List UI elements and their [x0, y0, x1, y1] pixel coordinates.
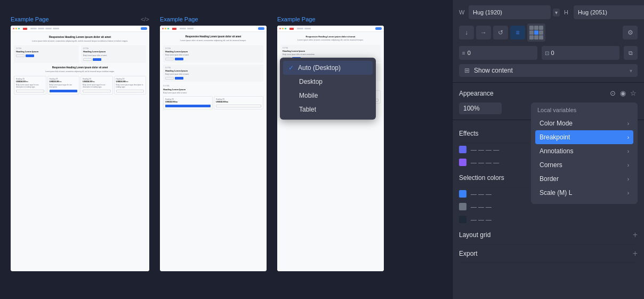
appearance-icon-3[interactable]: ☆ — [629, 88, 638, 98]
clip-btn[interactable]: ⧉ — [624, 46, 638, 60]
height-input[interactable] — [574, 5, 644, 19]
mini-heading-2: Responsive Heading Lorem ipsum dolor sit… — [163, 35, 263, 38]
mini-pricing-row: Heading XS US$34.99/mo Body Lorem ipsum … — [14, 76, 146, 95]
dot-br[interactable] — [539, 35, 543, 40]
color-mode-arrow: › — [627, 121, 629, 127]
frame-1-label: Example Page </> — [11, 16, 149, 22]
panel-top: W ▾ H ▾ ↓ → ↺ ≡ — [453, 0, 644, 83]
mini-cards-1: EXTRA Heading Lorem Ipsum EXTRA Heading … — [14, 45, 146, 62]
rotate-btn[interactable]: ↺ — [493, 26, 508, 40]
dot-bm[interactable] — [534, 35, 538, 40]
height-group: H ▾ — [564, 5, 644, 19]
frame-1-preview[interactable]: Responsive Heading Lorem ipsum dolor sit… — [11, 26, 149, 271]
item-label: ⊡ — [545, 50, 549, 56]
export-header[interactable]: Export + — [459, 245, 638, 263]
mini-content-2: Responsive Heading Lorem ipsum dolor sit… — [160, 32, 267, 113]
breakpoint-item[interactable]: Breakpoint › — [535, 130, 633, 144]
alignment-grid[interactable] — [527, 23, 545, 42]
mini-browser-1: Responsive Heading Lorem ipsum dolor sit… — [11, 26, 149, 271]
show-content-label: Show content — [474, 67, 625, 74]
show-content-arrow: ▾ — [630, 68, 632, 74]
appearance-section: Appearance ⊙ ◉ ☆ 100% Local variables Co… — [453, 83, 644, 120]
dot-tm[interactable] — [534, 26, 538, 30]
mini-nav-links — [30, 28, 59, 29]
mini-hero-2: Responsive Heading Lorem ipsum dolor sit… — [163, 35, 263, 42]
item-value: 0 — [551, 50, 617, 56]
mini-nav-links-3 — [297, 28, 311, 29]
effects-swatch-1 — [459, 146, 466, 153]
mini-price-card-2: Heading XS US$34.99/mo Body Lorem ipsum … — [47, 76, 80, 95]
frame-3-preview[interactable]: Responsive Heading Lorem ipsum dolor sit… — [277, 26, 384, 271]
mini-section-1: Responsive Heading Lorem ipsum dolor sit… — [14, 66, 146, 73]
breakpoint-arrow: › — [627, 135, 629, 140]
width-input[interactable] — [469, 5, 551, 19]
mini-card-2a: EXTRA Heading Lorem Ipsum Body Lorem ips… — [163, 45, 263, 62]
appearance-body: 100% Local variables Color Mode › Breakp… — [459, 103, 638, 114]
mini-browser-2: Responsive Heading Lorem ipsum dolor sit… — [160, 26, 267, 271]
mini-nav-btn-2 — [258, 27, 264, 30]
local-vars-panel: Local variables Color Mode › Breakpoint … — [531, 103, 638, 204]
auto-desktop-option[interactable]: Auto (Desktop) — [283, 61, 373, 75]
auto-dropdown[interactable]: Auto (Desktop) Desktop Mobile Tablet — [280, 58, 376, 120]
opacity-group[interactable]: 100% — [459, 103, 502, 114]
appearance-icon-2[interactable]: ◉ — [619, 88, 627, 98]
h-label: H — [564, 9, 571, 15]
mini-cards-2: EXTRA Heading Lorem Ipsum Body Lorem ips… — [163, 45, 263, 82]
mini-price-card-1: Heading XS US$34.99/mo Body Lorem ipsum … — [14, 76, 46, 95]
code-icon[interactable]: </> — [141, 16, 149, 22]
dot-ml[interactable] — [529, 30, 534, 35]
mini-card-1: EXTRA Heading Lorem Ipsum — [14, 45, 79, 62]
frame-2-label: Example Page — [160, 16, 267, 22]
right-panel: W ▾ H ▾ ↓ → ↺ ≡ — [452, 0, 644, 299]
mini-nav-links-2 — [180, 28, 194, 29]
align-active-btn[interactable]: ≡ — [510, 26, 525, 40]
dot-bl[interactable] — [529, 35, 534, 40]
mini-subtext-2: Lorem ipsum dolor sit amet, consectetur … — [163, 40, 263, 42]
mobile-option[interactable]: Mobile — [283, 89, 373, 103]
export-add-btn[interactable]: + — [633, 249, 638, 258]
mini-logo-2 — [172, 28, 176, 30]
layout-grid-add-btn[interactable]: + — [633, 230, 638, 240]
annotations-arrow: › — [627, 148, 629, 154]
dot-tr[interactable] — [539, 26, 543, 30]
align-down-btn[interactable]: ↓ — [459, 26, 474, 40]
dot-mm[interactable] — [534, 30, 538, 35]
annotations-item[interactable]: Annotations › — [535, 144, 633, 158]
frame-3-label: Example Page — [277, 16, 384, 22]
mini-logo — [23, 28, 27, 30]
sel-swatch-1 — [459, 190, 466, 198]
layout-grid-header[interactable]: Layout grid + — [459, 226, 638, 245]
align-right-btn[interactable]: → — [476, 26, 491, 40]
border-item[interactable]: Border › — [535, 172, 633, 186]
dot-tl[interactable] — [529, 26, 534, 30]
width-group: W ▾ — [459, 5, 560, 19]
frame-3-container: Example Page — [277, 16, 384, 271]
mini-card-2: EXTRA Heading Lorem Ipsum Body Lorem ips… — [81, 45, 146, 62]
mini-hero-3: Responsive Heading Lorem ipsum dolor sit… — [280, 35, 381, 42]
canvas-frames: Example Page </> — [0, 0, 452, 287]
mini-nav-btn-3 — [375, 27, 382, 30]
mini-heading-1: Responsive Heading Lorem ipsum dolor sit… — [14, 35, 146, 39]
opacity-value: 100% — [463, 105, 480, 112]
options-btn[interactable]: ⚙ — [623, 26, 638, 40]
corners-arrow: › — [627, 162, 629, 168]
scale-item[interactable]: Scale (M) L › — [535, 186, 633, 200]
mini-logo-3 — [289, 28, 294, 30]
color-mode-item[interactable]: Color Mode › — [535, 116, 633, 130]
frame-2-preview[interactable]: Responsive Heading Lorem ipsum dolor sit… — [160, 26, 267, 271]
mini-card-2b: EXTRA Heading Lorem Ipsum Body Lorem ips… — [163, 65, 263, 82]
appearance-header: Appearance ⊙ ◉ ☆ — [459, 88, 638, 98]
dimension-row: W ▾ H ▾ — [459, 5, 638, 19]
mini-content-1: Responsive Heading Lorem ipsum dolor sit… — [11, 32, 149, 98]
sel-swatch-2 — [459, 203, 466, 210]
corners-item[interactable]: Corners › — [535, 158, 633, 172]
appearance-icon-1[interactable]: ⊙ — [609, 88, 617, 98]
dot-mr[interactable] — [539, 30, 543, 35]
tablet-option[interactable]: Tablet — [283, 103, 373, 116]
w-label: W — [459, 9, 466, 15]
appearance-title: Appearance — [459, 90, 606, 97]
width-arrow[interactable]: ▾ — [553, 9, 560, 17]
mini-price-card-3: Heading XS US$34.99/mo Body Lorem ipsum … — [80, 76, 113, 95]
desktop-option[interactable]: Desktop — [283, 75, 373, 89]
show-content-row[interactable]: ⊞ Show content ▾ — [459, 64, 638, 77]
